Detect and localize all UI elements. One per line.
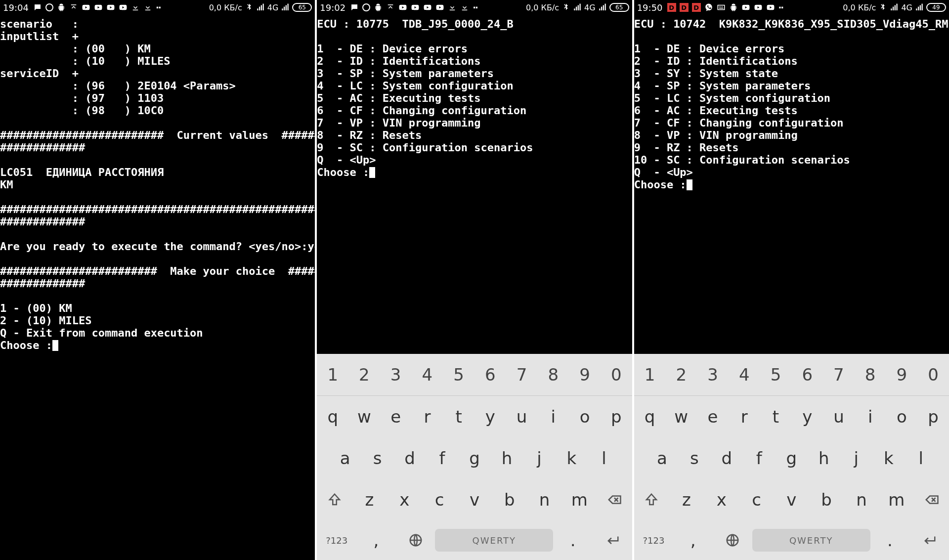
key-p[interactable]: p — [917, 396, 949, 437]
key-l[interactable]: l — [905, 437, 937, 479]
key-g[interactable]: g — [458, 437, 490, 479]
on-screen-keyboard[interactable]: 1234567890qwertyuiopasdfghjklzxcvbnm?123… — [317, 354, 632, 560]
comma-key[interactable]: , — [356, 520, 396, 560]
key-k[interactable]: k — [556, 437, 588, 479]
key-8[interactable]: 8 — [855, 354, 886, 395]
key-m[interactable]: m — [562, 479, 597, 520]
key-3[interactable]: 3 — [697, 354, 729, 395]
key-v[interactable]: v — [457, 479, 492, 520]
backspace-key[interactable] — [914, 479, 949, 520]
key-j[interactable]: j — [523, 437, 555, 479]
prompt[interactable]: Choose : — [0, 339, 52, 351]
key-x[interactable]: x — [387, 479, 422, 520]
key-2[interactable]: 2 — [665, 354, 697, 395]
key-w[interactable]: w — [348, 396, 380, 437]
key-n[interactable]: n — [844, 479, 879, 520]
key-h[interactable]: h — [808, 437, 840, 479]
status-clock: 19:04 — [3, 2, 29, 13]
key-y[interactable]: y — [474, 396, 506, 437]
key-e[interactable]: e — [380, 396, 412, 437]
enter-key[interactable] — [909, 520, 949, 560]
shift-key[interactable] — [634, 479, 669, 520]
cursor — [52, 340, 58, 351]
key-c[interactable]: c — [422, 479, 457, 520]
key-u[interactable]: u — [823, 396, 855, 437]
key-j[interactable]: j — [840, 437, 872, 479]
key-4[interactable]: 4 — [412, 354, 443, 395]
key-a[interactable]: a — [329, 437, 361, 479]
key-y[interactable]: y — [791, 396, 823, 437]
key-8[interactable]: 8 — [537, 354, 569, 395]
key-q[interactable]: q — [634, 396, 666, 437]
key-n[interactable]: n — [527, 479, 562, 520]
key-7[interactable]: 7 — [823, 354, 855, 395]
key-o[interactable]: o — [569, 396, 601, 437]
key-b[interactable]: b — [809, 479, 844, 520]
key-5[interactable]: 5 — [443, 354, 474, 395]
key-7[interactable]: 7 — [506, 354, 538, 395]
key-6[interactable]: 6 — [791, 354, 823, 395]
key-l[interactable]: l — [588, 437, 620, 479]
key-4[interactable]: 4 — [729, 354, 760, 395]
key-p[interactable]: p — [601, 396, 632, 437]
on-screen-keyboard[interactable]: 1234567890qwertyuiopasdfghjklzxcvbnm?123… — [634, 354, 949, 560]
terminal-output[interactable]: ECU : 10742 K9K832_K9K836_X95_SID305_Vdi… — [634, 15, 949, 354]
key-g[interactable]: g — [776, 437, 808, 479]
terminal-output[interactable]: scenario : inputlist + : (00 ) KM : (10 … — [0, 15, 315, 560]
key-s[interactable]: s — [361, 437, 393, 479]
key-b[interactable]: b — [492, 479, 527, 520]
key-9[interactable]: 9 — [886, 354, 918, 395]
key-2[interactable]: 2 — [348, 354, 380, 395]
key-i[interactable]: i — [537, 396, 569, 437]
key-c[interactable]: c — [739, 479, 774, 520]
key-q[interactable]: q — [317, 396, 348, 437]
key-z[interactable]: z — [669, 479, 704, 520]
spacebar[interactable]: QWERTY — [752, 529, 870, 552]
key-x[interactable]: x — [704, 479, 739, 520]
key-3[interactable]: 3 — [380, 354, 412, 395]
key-v[interactable]: v — [774, 479, 809, 520]
comma-key[interactable]: , — [673, 520, 713, 560]
key-f[interactable]: f — [426, 437, 458, 479]
key-0[interactable]: 0 — [601, 354, 632, 395]
key-1[interactable]: 1 — [634, 354, 666, 395]
symbols-key[interactable]: ?123 — [634, 520, 674, 560]
key-k[interactable]: k — [872, 437, 905, 479]
period-key[interactable]: . — [870, 520, 910, 560]
key-e[interactable]: e — [697, 396, 729, 437]
prompt[interactable]: Choose : — [317, 166, 369, 178]
key-t[interactable]: t — [760, 396, 792, 437]
key-r[interactable]: r — [729, 396, 760, 437]
key-h[interactable]: h — [491, 437, 523, 479]
enter-key[interactable] — [593, 520, 632, 560]
language-key[interactable] — [713, 520, 752, 560]
youtube-icon — [94, 3, 103, 12]
key-w[interactable]: w — [665, 396, 697, 437]
terminal-output[interactable]: ECU : 10775 TDB_J95_0000_24_B 1 - DE : D… — [317, 15, 632, 354]
key-r[interactable]: r — [412, 396, 443, 437]
key-t[interactable]: t — [443, 396, 474, 437]
key-m[interactable]: m — [879, 479, 914, 520]
symbols-key[interactable]: ?123 — [317, 520, 356, 560]
key-1[interactable]: 1 — [317, 354, 348, 395]
key-z[interactable]: z — [352, 479, 387, 520]
prompt[interactable]: Choose : — [634, 178, 687, 191]
key-5[interactable]: 5 — [760, 354, 792, 395]
backspace-key[interactable] — [597, 479, 632, 520]
key-f[interactable]: f — [743, 437, 775, 479]
key-a[interactable]: a — [646, 437, 678, 479]
shift-key[interactable] — [317, 479, 352, 520]
key-9[interactable]: 9 — [569, 354, 601, 395]
spacebar[interactable]: QWERTY — [435, 529, 553, 552]
key-d[interactable]: d — [711, 437, 743, 479]
key-s[interactable]: s — [678, 437, 710, 479]
key-6[interactable]: 6 — [474, 354, 506, 395]
period-key[interactable]: . — [553, 520, 593, 560]
key-i[interactable]: i — [855, 396, 886, 437]
key-0[interactable]: 0 — [917, 354, 949, 395]
key-u[interactable]: u — [506, 396, 538, 437]
key-d[interactable]: d — [393, 437, 426, 479]
android-icon — [729, 3, 738, 12]
key-o[interactable]: o — [886, 396, 918, 437]
language-key[interactable] — [396, 520, 435, 560]
